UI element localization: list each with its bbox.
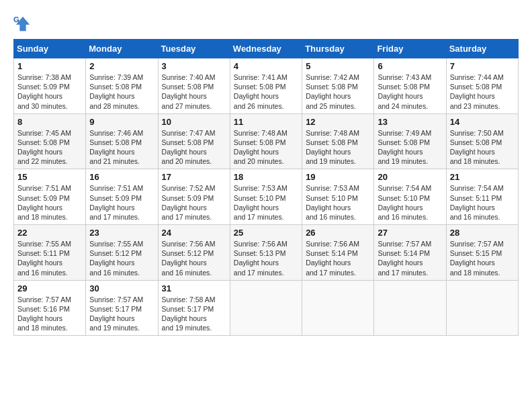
cell-info: Sunrise: 7:56 AMSunset: 5:12 PMDaylight …: [162, 240, 216, 277]
cell-info: Sunrise: 7:58 AMSunset: 5:17 PMDaylight …: [162, 295, 216, 332]
logo-icon: G: [13, 13, 32, 32]
cell-info: Sunrise: 7:54 AMSunset: 5:11 PMDaylight …: [450, 184, 504, 221]
cell-info: Sunrise: 7:46 AMSunset: 5:08 PMDaylight …: [89, 129, 143, 166]
day-number: 11: [234, 117, 298, 127]
day-number: 9: [89, 117, 154, 127]
calendar-cell: 11 Sunrise: 7:48 AMSunset: 5:08 PMDaylig…: [230, 113, 302, 169]
cell-info: Sunrise: 7:43 AMSunset: 5:08 PMDaylight …: [378, 73, 431, 110]
day-number: 17: [162, 172, 226, 182]
week-row-4: 22 Sunrise: 7:55 AMSunset: 5:11 PMDaylig…: [14, 225, 519, 281]
calendar-cell: 28 Sunrise: 7:57 AMSunset: 5:15 PMDaylig…: [446, 225, 518, 281]
calendar-cell: 31 Sunrise: 7:58 AMSunset: 5:17 PMDaylig…: [158, 280, 230, 336]
day-number: 7: [450, 61, 515, 71]
day-number: 20: [378, 172, 442, 182]
cell-info: Sunrise: 7:45 AMSunset: 5:08 PMDaylight …: [17, 129, 71, 166]
calendar-cell: 1 Sunrise: 7:38 AMSunset: 5:09 PMDayligh…: [14, 58, 86, 114]
day-number: 30: [89, 283, 154, 293]
cell-info: Sunrise: 7:53 AMSunset: 5:10 PMDaylight …: [306, 184, 359, 221]
calendar-cell: 22 Sunrise: 7:55 AMSunset: 5:11 PMDaylig…: [14, 225, 86, 281]
cell-info: Sunrise: 7:40 AMSunset: 5:08 PMDaylight …: [162, 73, 216, 110]
calendar-cell: 18 Sunrise: 7:53 AMSunset: 5:10 PMDaylig…: [230, 169, 302, 225]
cell-info: Sunrise: 7:41 AMSunset: 5:08 PMDaylight …: [234, 73, 287, 110]
cell-info: Sunrise: 7:48 AMSunset: 5:08 PMDaylight …: [234, 129, 287, 166]
calendar-cell: 6 Sunrise: 7:43 AMSunset: 5:08 PMDayligh…: [374, 58, 446, 114]
cell-info: Sunrise: 7:52 AMSunset: 5:09 PMDaylight …: [162, 184, 216, 221]
day-number: 6: [378, 61, 442, 71]
cell-info: Sunrise: 7:39 AMSunset: 5:08 PMDaylight …: [89, 73, 143, 110]
calendar-cell: 20 Sunrise: 7:54 AMSunset: 5:10 PMDaylig…: [374, 169, 446, 225]
day-header-sunday: Sunday: [14, 40, 86, 58]
day-number: 8: [17, 117, 82, 127]
cell-info: Sunrise: 7:57 AMSunset: 5:17 PMDaylight …: [89, 295, 143, 332]
calendar-cell: 15 Sunrise: 7:51 AMSunset: 5:09 PMDaylig…: [14, 169, 86, 225]
day-number: 29: [17, 283, 82, 293]
week-row-5: 29 Sunrise: 7:57 AMSunset: 5:16 PMDaylig…: [14, 280, 519, 336]
day-number: 22: [17, 228, 82, 238]
cell-info: Sunrise: 7:57 AMSunset: 5:16 PMDaylight …: [17, 295, 71, 332]
calendar-cell: 19 Sunrise: 7:53 AMSunset: 5:10 PMDaylig…: [302, 169, 374, 225]
day-header-saturday: Saturday: [446, 40, 518, 58]
cell-info: Sunrise: 7:51 AMSunset: 5:09 PMDaylight …: [17, 184, 71, 221]
cell-info: Sunrise: 7:50 AMSunset: 5:08 PMDaylight …: [450, 129, 504, 166]
week-row-1: 1 Sunrise: 7:38 AMSunset: 5:09 PMDayligh…: [14, 58, 519, 114]
calendar-cell: 14 Sunrise: 7:50 AMSunset: 5:08 PMDaylig…: [446, 113, 518, 169]
day-number: 2: [89, 61, 154, 71]
logo: G: [13, 13, 35, 32]
calendar-cell: 27 Sunrise: 7:57 AMSunset: 5:14 PMDaylig…: [374, 225, 446, 281]
day-number: 23: [89, 228, 154, 238]
page-header: G: [13, 13, 519, 32]
day-number: 19: [306, 172, 370, 182]
calendar-cell: 12 Sunrise: 7:48 AMSunset: 5:08 PMDaylig…: [302, 113, 374, 169]
day-number: 24: [162, 228, 226, 238]
calendar-cell: 30 Sunrise: 7:57 AMSunset: 5:17 PMDaylig…: [86, 280, 158, 336]
day-number: 28: [450, 228, 515, 238]
cell-info: Sunrise: 7:55 AMSunset: 5:12 PMDaylight …: [89, 240, 143, 277]
cell-info: Sunrise: 7:54 AMSunset: 5:10 PMDaylight …: [378, 184, 431, 221]
calendar-cell: 8 Sunrise: 7:45 AMSunset: 5:08 PMDayligh…: [14, 113, 86, 169]
cell-info: Sunrise: 7:48 AMSunset: 5:08 PMDaylight …: [306, 129, 359, 166]
cell-info: Sunrise: 7:56 AMSunset: 5:13 PMDaylight …: [234, 240, 287, 277]
calendar-cell: 23 Sunrise: 7:55 AMSunset: 5:12 PMDaylig…: [86, 225, 158, 281]
cell-info: Sunrise: 7:55 AMSunset: 5:11 PMDaylight …: [17, 240, 71, 277]
cell-info: Sunrise: 7:57 AMSunset: 5:15 PMDaylight …: [450, 240, 504, 277]
day-number: 25: [234, 228, 298, 238]
calendar-cell: 10 Sunrise: 7:47 AMSunset: 5:08 PMDaylig…: [158, 113, 230, 169]
day-number: 26: [306, 228, 370, 238]
day-number: 14: [450, 117, 515, 127]
calendar-cell: [374, 280, 446, 336]
cell-info: Sunrise: 7:57 AMSunset: 5:14 PMDaylight …: [378, 240, 431, 277]
calendar-cell: [302, 280, 374, 336]
calendar-cell: [446, 280, 518, 336]
day-header-wednesday: Wednesday: [230, 40, 302, 58]
calendar-header-row: SundayMondayTuesdayWednesdayThursdayFrid…: [14, 40, 519, 58]
calendar-cell: 13 Sunrise: 7:49 AMSunset: 5:08 PMDaylig…: [374, 113, 446, 169]
calendar-cell: [230, 280, 302, 336]
day-number: 21: [450, 172, 515, 182]
calendar-cell: 17 Sunrise: 7:52 AMSunset: 5:09 PMDaylig…: [158, 169, 230, 225]
day-header-thursday: Thursday: [302, 40, 374, 58]
week-row-3: 15 Sunrise: 7:51 AMSunset: 5:09 PMDaylig…: [14, 169, 519, 225]
calendar-cell: 9 Sunrise: 7:46 AMSunset: 5:08 PMDayligh…: [86, 113, 158, 169]
calendar-cell: 16 Sunrise: 7:51 AMSunset: 5:09 PMDaylig…: [86, 169, 158, 225]
calendar-cell: 25 Sunrise: 7:56 AMSunset: 5:13 PMDaylig…: [230, 225, 302, 281]
day-number: 1: [17, 61, 82, 71]
cell-info: Sunrise: 7:44 AMSunset: 5:08 PMDaylight …: [450, 73, 504, 110]
day-number: 5: [306, 61, 370, 71]
day-number: 15: [17, 172, 82, 182]
day-number: 10: [162, 117, 226, 127]
day-header-monday: Monday: [86, 40, 158, 58]
cell-info: Sunrise: 7:56 AMSunset: 5:14 PMDaylight …: [306, 240, 359, 277]
calendar-cell: 4 Sunrise: 7:41 AMSunset: 5:08 PMDayligh…: [230, 58, 302, 114]
calendar-cell: 21 Sunrise: 7:54 AMSunset: 5:11 PMDaylig…: [446, 169, 518, 225]
day-header-friday: Friday: [374, 40, 446, 58]
day-number: 16: [89, 172, 154, 182]
cell-info: Sunrise: 7:47 AMSunset: 5:08 PMDaylight …: [162, 129, 216, 166]
cell-info: Sunrise: 7:53 AMSunset: 5:10 PMDaylight …: [234, 184, 287, 221]
day-number: 4: [234, 61, 298, 71]
calendar-cell: 5 Sunrise: 7:42 AMSunset: 5:08 PMDayligh…: [302, 58, 374, 114]
week-row-2: 8 Sunrise: 7:45 AMSunset: 5:08 PMDayligh…: [14, 113, 519, 169]
calendar-table: SundayMondayTuesdayWednesdayThursdayFrid…: [13, 39, 519, 336]
calendar-cell: 24 Sunrise: 7:56 AMSunset: 5:12 PMDaylig…: [158, 225, 230, 281]
cell-info: Sunrise: 7:38 AMSunset: 5:09 PMDaylight …: [17, 73, 71, 110]
day-header-tuesday: Tuesday: [158, 40, 230, 58]
